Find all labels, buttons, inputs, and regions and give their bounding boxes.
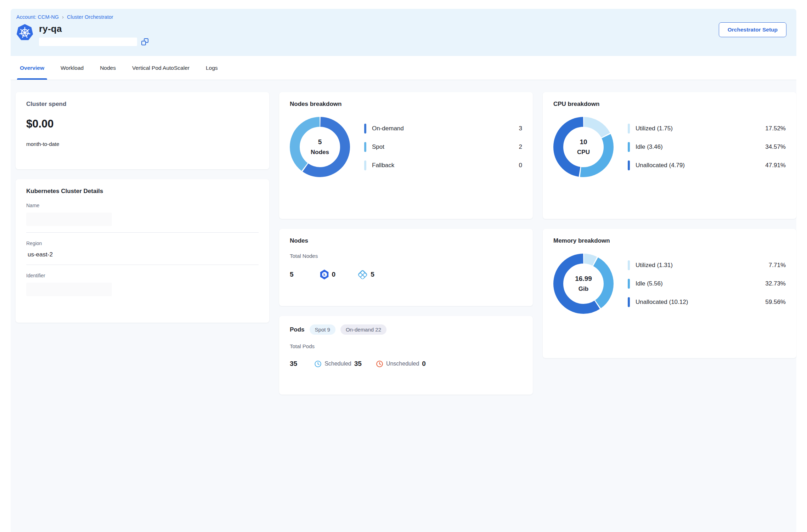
field-label-name: Name: [26, 203, 259, 208]
legend-marker: [628, 142, 630, 152]
chart-legend: Utilized (1.31)7.71%Idle (5.56)32.73%Una…: [628, 260, 786, 307]
cluster-details-title: Kubernetes Cluster Details: [26, 188, 259, 195]
total-nodes-value: 5: [290, 271, 294, 278]
tab-vertical-pod-autoscaler[interactable]: Vertical Pod AutoScaler: [129, 56, 192, 80]
legend-value: 2: [519, 143, 522, 151]
legend-item: Utilized (1.75)17.52%: [628, 124, 786, 134]
legend-item: Fallback0: [364, 160, 522, 170]
legend-value: 59.56%: [765, 299, 786, 306]
redacted-cluster-id: [39, 38, 137, 46]
legend-value: 0: [519, 162, 522, 169]
redacted-name-value: [26, 213, 112, 226]
pods-title: Pods: [290, 326, 305, 333]
total-pods-label: Total Pods: [290, 343, 522, 349]
nodes-breakdown-card: Nodes breakdown 5NodesOn-demand3Spot2Fal…: [279, 92, 533, 219]
donut-center-label: 10CPU: [553, 117, 614, 177]
legend-item: Unallocated (10.12)59.56%: [628, 297, 786, 307]
spot-pods-badge: Spot 9: [310, 324, 335, 335]
page-title: ry-qa: [39, 23, 148, 34]
tab-bar: Overview Workload Nodes Vertical Pod Aut…: [11, 56, 796, 80]
legend-value: 17.52%: [765, 125, 786, 132]
overview-content: Cluster spend $0.00 month-to-date Kubern…: [11, 80, 796, 532]
spot-nodes-value: 5: [371, 271, 374, 278]
field-label-region: Region: [26, 240, 259, 246]
nodes-breakdown-title: Nodes breakdown: [290, 101, 522, 108]
memory-breakdown-card: Memory breakdown 16.99GibUtilized (1.31)…: [543, 229, 796, 358]
field-value-region: us-east-2: [26, 251, 259, 258]
legend-item: Spot2: [364, 142, 522, 152]
unscheduled-value: 0: [422, 360, 426, 368]
legend-item: Idle (3.46)34.57%: [628, 142, 786, 152]
cluster-spend-amount: $0.00: [26, 118, 259, 130]
legend-label: Spot: [372, 143, 519, 151]
legend-marker: [364, 160, 366, 170]
scheduled-value: 35: [354, 360, 362, 368]
page-header: Account: CCM-NG › Cluster Orchestrator: [11, 9, 796, 56]
legend-label: Unallocated (4.79): [636, 162, 765, 169]
tab-workload[interactable]: Workload: [58, 56, 86, 80]
unscheduled-label: Unscheduled: [386, 361, 419, 367]
breadcrumb: Account: CCM-NG › Cluster Orchestrator: [16, 14, 786, 20]
ondemand-pods-badge: On-demand 22: [340, 324, 386, 335]
legend-marker: [364, 124, 366, 134]
breadcrumb-page-link[interactable]: Cluster Orchestrator: [67, 14, 113, 20]
cpu-breakdown-card: CPU breakdown 10CPUUtilized (1.75)17.52%…: [543, 92, 796, 219]
cluster-details-card: Kubernetes Cluster Details Name Region u…: [16, 179, 269, 323]
copy-icon[interactable]: [141, 38, 148, 45]
karpenter-nodes-value: 0: [332, 271, 336, 278]
breadcrumb-separator-icon: ›: [62, 14, 64, 20]
tab-overview[interactable]: Overview: [17, 56, 47, 80]
spot-diamond-icon: [357, 269, 368, 280]
karpenter-hexagon-icon: k: [320, 270, 329, 279]
legend-item: Utilized (1.31)7.71%: [628, 260, 786, 270]
cpu-breakdown-title: CPU breakdown: [553, 101, 786, 108]
cluster-spend-card: Cluster spend $0.00 month-to-date: [16, 92, 269, 169]
legend-marker: [364, 142, 366, 152]
legend-item: Idle (5.56)32.73%: [628, 279, 786, 289]
legend-label: On-demand: [372, 125, 519, 132]
breadcrumb-account-link[interactable]: Account: CCM-NG: [16, 14, 59, 20]
scheduled-label: Scheduled: [325, 361, 351, 367]
kubernetes-icon: [16, 24, 33, 42]
field-label-identifier: Identifier: [26, 273, 259, 278]
pods-card: Pods Spot 9 On-demand 22 Total Pods 35 S…: [279, 316, 533, 395]
legend-item: On-demand3: [364, 124, 522, 134]
legend-marker: [628, 124, 630, 134]
total-nodes-label: Total Nodes: [290, 253, 522, 259]
nodes-total-card: Nodes Total Nodes 5 k 0 5: [279, 229, 533, 306]
legend-marker: [628, 160, 630, 170]
legend-label: Idle (3.46): [636, 143, 765, 151]
legend-marker: [628, 297, 630, 307]
legend-value: 7.71%: [769, 262, 786, 269]
legend-item: Unallocated (4.79)47.91%: [628, 160, 786, 170]
chart-legend: Utilized (1.75)17.52%Idle (3.46)34.57%Un…: [628, 124, 786, 170]
legend-value: 34.57%: [765, 143, 786, 151]
legend-label: Idle (5.56): [636, 280, 765, 287]
scheduled-clock-icon: [314, 360, 322, 368]
donut-center-label: 16.99Gib: [553, 254, 614, 314]
cluster-spend-title: Cluster spend: [26, 101, 259, 108]
redacted-identifier-value: [26, 283, 112, 296]
donut-center-label: 5Nodes: [290, 117, 350, 177]
memory-breakdown-title: Memory breakdown: [553, 237, 786, 244]
legend-label: Utilized (1.31): [636, 262, 769, 269]
tab-logs[interactable]: Logs: [203, 56, 221, 80]
legend-marker: [628, 279, 630, 289]
legend-value: 47.91%: [765, 162, 786, 169]
legend-label: Unallocated (10.12): [636, 299, 765, 306]
legend-label: Fallback: [372, 162, 519, 169]
unscheduled-clock-icon: [376, 360, 383, 368]
cluster-spend-period: month-to-date: [26, 141, 259, 147]
legend-value: 32.73%: [765, 280, 786, 287]
total-pods-value: 35: [290, 360, 297, 368]
orchestrator-setup-button[interactable]: Orchestrator Setup: [719, 22, 786, 37]
legend-label: Utilized (1.75): [636, 125, 765, 132]
tab-nodes[interactable]: Nodes: [97, 56, 119, 80]
legend-value: 3: [519, 125, 522, 132]
main-panel: Account: CCM-NG › Cluster Orchestrator: [11, 9, 796, 532]
legend-marker: [628, 260, 630, 270]
nodes-total-title: Nodes: [290, 237, 522, 244]
chart-legend: On-demand3Spot2Fallback0: [364, 124, 522, 170]
